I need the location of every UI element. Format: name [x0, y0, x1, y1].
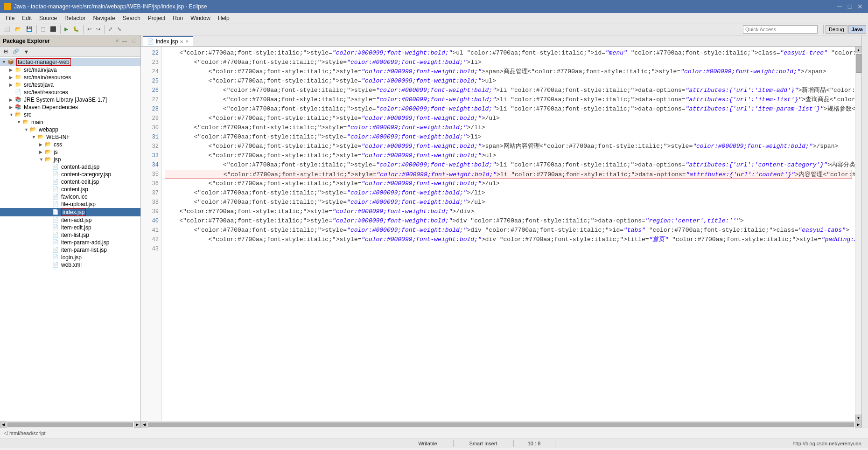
menu-search[interactable]: Search: [119, 14, 144, 22]
vscroll-down-button[interactable]: ▼: [855, 415, 862, 421]
tree-icon-content-edit.jsp: 📄: [52, 179, 60, 185]
tree-item-web-inf[interactable]: ▼📂WEB-INF: [0, 133, 140, 141]
tab-close-button[interactable]: ✕: [180, 39, 183, 44]
hscroll-thumb[interactable]: [7, 422, 133, 427]
tree-arrow-src-main-resources[interactable]: ▶: [9, 75, 15, 80]
close-button[interactable]: ✕: [856, 2, 864, 11]
minimize-button[interactable]: ─: [835, 2, 844, 11]
toolbar-btn-9[interactable]: ↪: [94, 25, 102, 34]
toolbar-btn-5[interactable]: ⬛: [48, 25, 58, 34]
tree-item-js[interactable]: ▶📂js: [0, 148, 140, 156]
editor-hscroll[interactable]: ◀ ▶: [141, 421, 861, 428]
tree-arrow-maven-dependencies[interactable]: ▶: [9, 105, 15, 110]
tree-item-jre-system-library[interactable]: ▶📚JRE System Library [JavaSE-1.7]: [0, 96, 140, 104]
tree-item-css[interactable]: ▶📂css: [0, 141, 140, 148]
menu-project[interactable]: Project: [144, 14, 169, 22]
pe-minimize-button[interactable]: —: [121, 37, 128, 45]
tree-arrow-taotao-manager-web[interactable]: ▼: [2, 60, 7, 64]
pe-maximize-button[interactable]: □: [130, 37, 138, 45]
java-perspective-button[interactable]: Java: [848, 25, 866, 34]
menu-help[interactable]: Help: [214, 14, 233, 22]
editor-vscroll[interactable]: ▲ ▼: [855, 47, 861, 421]
tree-item-src-test-resources[interactable]: 📄src/test/resources: [0, 89, 140, 96]
editor-hscroll-thumb[interactable]: [148, 422, 854, 427]
toolbar-btn-2[interactable]: 📂: [13, 25, 23, 34]
pe-x-icon: ✕: [115, 38, 119, 43]
tree-item-favicon.ico[interactable]: 📄favicon.ico: [0, 193, 140, 201]
code-content[interactable]: <"color:#7700aa;font-style:italic;">styl…: [162, 47, 855, 421]
tree-item-content-add.jsp[interactable]: 📄content-add.jsp: [0, 163, 140, 171]
vscroll-up-button[interactable]: ▲: [855, 47, 862, 53]
tree-icon-src-main-resources: 📁: [15, 74, 22, 81]
tree-icon-item-list.jsp: 📄: [52, 232, 60, 238]
menu-refactor[interactable]: Refactor: [61, 14, 89, 22]
tree-item-file-upload.jsp[interactable]: 📄file-upload.jsp: [0, 201, 140, 208]
menu-run[interactable]: Run: [169, 14, 187, 22]
editor-hscroll-left[interactable]: ◀: [141, 422, 147, 428]
pe-hscroll[interactable]: ◀ ▶: [0, 421, 140, 428]
hscroll-right-button[interactable]: ▶: [134, 422, 140, 428]
tree-item-src[interactable]: ▼📂src: [0, 111, 140, 118]
tree-arrow-web-inf[interactable]: ▼: [32, 135, 37, 139]
tree-item-content-category.jsp[interactable]: 📄content-category.jsp: [0, 171, 140, 178]
maximize-button[interactable]: □: [846, 2, 854, 11]
tree-item-jsp[interactable]: ▼📂jsp: [0, 156, 140, 163]
new-button[interactable]: ⬜: [2, 25, 12, 34]
tree-item-webapp[interactable]: ▼📂webapp: [0, 126, 140, 133]
toolbar-btn-10[interactable]: ⤢: [106, 25, 114, 34]
quick-access-input[interactable]: [743, 25, 818, 34]
menu-edit[interactable]: Edit: [18, 14, 35, 22]
tree-item-item-param-add.jsp[interactable]: 📄item-param-add.jsp: [0, 239, 140, 246]
tree-item-web.xml[interactable]: 📄web.xml: [0, 261, 140, 269]
tree-arrow-css[interactable]: ▶: [39, 142, 45, 147]
tree-arrow-js[interactable]: ▶: [39, 150, 45, 154]
vscroll-thumb[interactable]: [856, 54, 861, 73]
line-num-24: 24: [141, 67, 159, 76]
tree-item-item-edit.jsp[interactable]: 📄item-edit.jsp: [0, 224, 140, 231]
tree-item-login.jsp[interactable]: 📄login.jsp: [0, 254, 140, 261]
menu-window[interactable]: Window: [187, 14, 214, 22]
toolbar-btn-11[interactable]: ⤡: [115, 25, 123, 34]
code-line-27: <"color:#7700aa;font-style:italic;">styl…: [165, 95, 852, 104]
toolbar-btn-8[interactable]: ↩: [85, 25, 93, 34]
menu-source[interactable]: Source: [35, 14, 61, 22]
toolbar-btn-4[interactable]: ⬚: [39, 25, 47, 34]
tree-item-item-list.jsp[interactable]: 📄item-list.jsp: [0, 231, 140, 239]
tree-arrow-src[interactable]: ▼: [9, 112, 15, 117]
editor-tab-index-jsp[interactable]: 📄 index.jsp ✕ ✕: [143, 36, 193, 46]
right-panel: [861, 35, 868, 428]
tree-label-jre-system-library: JRE System Library [JavaSE-1.7]: [24, 97, 107, 103]
tree-item-index.jsp[interactable]: 📄index.jsp: [0, 208, 140, 216]
editor-hscroll-right[interactable]: ▶: [855, 422, 861, 428]
tree-arrow-src-test-java[interactable]: ▶: [9, 83, 15, 87]
run-button[interactable]: ▶: [63, 25, 70, 34]
tree-item-content-edit.jsp[interactable]: 📄content-edit.jsp: [0, 178, 140, 186]
pe-link-button[interactable]: 🔗: [11, 47, 21, 56]
tree-item-src-main-java[interactable]: ▶📁src/main/java: [0, 66, 140, 74]
tree-arrow-src-main-java[interactable]: ▶: [9, 68, 15, 72]
tree-label-webapp: webapp: [39, 126, 58, 133]
tab-marker: ✕: [185, 39, 189, 44]
pe-collapse-button[interactable]: ⊟: [2, 47, 10, 56]
tree-item-src-test-java[interactable]: ▶📁src/test/java: [0, 81, 140, 89]
tree-item-main[interactable]: ▼📂main: [0, 118, 140, 126]
tree-arrow-jre-system-library[interactable]: ▶: [9, 97, 15, 102]
hscroll-left-button[interactable]: ◀: [0, 422, 7, 428]
code-line-33: <"color:#7700aa;font-style:italic;">styl…: [165, 151, 852, 160]
tree-item-maven-dependencies[interactable]: ▶📚Maven Dependencies: [0, 104, 140, 111]
tree-item-content.jsp[interactable]: 📄content.jsp: [0, 186, 140, 193]
tree-item-taotao-manager-web[interactable]: ▼📦taotao-manager-web: [0, 58, 140, 66]
tree-item-src-main-resources[interactable]: ▶📁src/main/resources: [0, 74, 140, 81]
tree-arrow-webapp[interactable]: ▼: [24, 127, 30, 132]
tree-item-item-add.jsp[interactable]: 📄item-add.jsp: [0, 216, 140, 224]
debug-button[interactable]: 🐛: [71, 25, 81, 34]
tree-arrow-jsp[interactable]: ▼: [39, 157, 45, 162]
tree-item-item-param-list.jsp[interactable]: 📄item-param-list.jsp: [0, 246, 140, 254]
pe-menu-button[interactable]: ▼: [22, 47, 31, 56]
toolbar-btn-3[interactable]: 💾: [24, 25, 35, 34]
tree-arrow-main[interactable]: ▼: [17, 120, 22, 125]
menu-file[interactable]: File: [2, 14, 18, 22]
debug-perspective-button[interactable]: Debug: [826, 25, 847, 34]
line-num-26: 26: [141, 86, 159, 95]
menu-navigate[interactable]: Navigate: [89, 14, 119, 22]
